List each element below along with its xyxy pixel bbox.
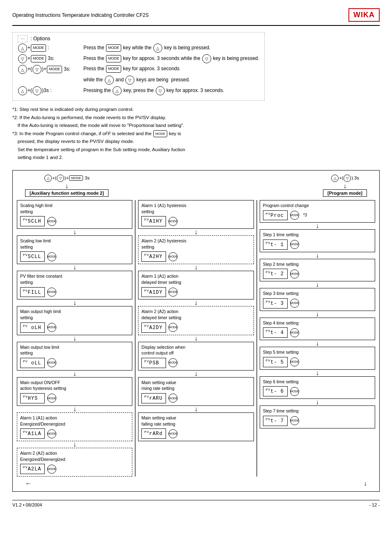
options-title: ⋯ : Options (18, 36, 259, 41)
mode-key2: MODE (31, 55, 46, 62)
flow-a1-action: Alarm 1 (A1) actionEnergized/Deenergized… (17, 412, 132, 441)
logo: WIKA (348, 8, 380, 22)
mode-btn: MODE (290, 240, 299, 249)
col2: Alarm 1 (A1) hysteresissetting PVA1HY MO… (138, 200, 254, 477)
mode-key-inline3: MODE (106, 65, 121, 73)
mode-btn: MODE (290, 387, 299, 396)
arrow-c3-7: ↓ (260, 399, 375, 405)
mode-btn: MODE (47, 217, 56, 226)
bottom-arrow-left: ← (25, 480, 32, 487)
up-key3: △ (105, 76, 114, 85)
page-header: Operating Instructions Temperature Indic… (12, 8, 380, 26)
left-arrow-down: ↓ (65, 183, 68, 189)
mode-btn: MODE (168, 358, 178, 367)
up-key-diag-r: △ (331, 175, 339, 182)
up-key-inline: △ (153, 44, 162, 53)
flow-a1-delayed: Alarm 1 (A1) actiondelayed timer setting… (138, 271, 254, 299)
down-key-inline: ▽ (202, 54, 211, 63)
down-key5: ▽ (156, 86, 165, 95)
flow-a2-action: Alarm 2 (A2) actionEnergized/Deenergized… (17, 448, 132, 477)
col3: Program control change PVProc MODE *3 ↓ … (260, 200, 375, 477)
option-row-4: △+(▽)3s : Pressing the △ key, press the … (18, 86, 259, 95)
mode-btn: MODE (168, 394, 178, 403)
option-row-3: △+(▽)+MODE 3s: Press the MODE key for ap… (18, 65, 259, 74)
up-key: △ (18, 44, 27, 53)
arrow-c3-2: ↓ (260, 252, 375, 259)
arrow-4: ↓ (17, 335, 132, 342)
arrow-c3-1: ↓ (260, 223, 375, 229)
flow-prog-control: Program control change PVProc MODE *3 (260, 200, 375, 223)
up-key4: △ (18, 86, 27, 95)
up-key-diag: △ (44, 175, 52, 182)
mode-btn: MODE (168, 288, 178, 297)
arrow-c2-5: ↓ (138, 371, 254, 377)
down-key3: ▽ (125, 76, 134, 85)
flow-a2-hyst: Alarm 2 (A2) hysteresissetting PVA2HY MO… (138, 235, 254, 264)
col1: Scaling high limitsetting PVSCLH MODE ↓ … (17, 200, 132, 477)
arrow-1: ↓ (17, 229, 132, 235)
mode-btn: MODE (47, 394, 56, 403)
options-section: ⋯ : Options △+MODE : Press the MODE key … (12, 32, 380, 101)
arrow-6: ↓ (17, 406, 132, 412)
mode-btn: MODE (290, 269, 299, 279)
flow-scaling-low: Scaling low limitsetting PVSCLL MODE (17, 235, 132, 264)
arrow-c3-3: ↓ (260, 281, 375, 288)
mode-btn: MODE (168, 217, 178, 226)
mode-key-note: MODE (153, 130, 167, 138)
header-title: Operating Instructions Temperature Indic… (12, 12, 149, 18)
mode-btn: MODE (47, 252, 56, 261)
page-footer: V1.2 • 08/2004 - 12 - (12, 500, 380, 507)
mode-btn: MODE (290, 328, 299, 337)
flow-main-onoff: Main output ON/OFFaction hysteresis sett… (17, 377, 132, 406)
flow-msv-falling: Main setting valuefalling rate setting P… (138, 412, 254, 441)
flow-pv-filter: PV filter time constantsetting PVFILL MO… (17, 271, 132, 299)
mode-key3: MODE (47, 66, 62, 73)
flow-a1-hyst: Alarm 1 (A1) hysteresissetting PVA1HY MO… (138, 200, 254, 229)
flow-step4: Step 4 time setting PVt‑ 4 MODE (260, 318, 375, 340)
mode-btn: MODE (168, 252, 178, 261)
arrow-2: ↓ (17, 264, 132, 271)
up-key5: △ (113, 86, 122, 95)
right-header-key: △+(▽) 3s (331, 175, 359, 182)
flow-a2-delayed: Alarm 2 (A2) actiondelayed timer setting… (138, 306, 254, 335)
arrow-5: ↓ (17, 371, 132, 377)
down-key: ▽ (18, 54, 27, 63)
arrow-c2-1: ↓ (138, 229, 254, 235)
right-arrow-down: ↓ (344, 183, 347, 189)
notes-section: *1: Step rest time is indicated only dur… (12, 106, 380, 162)
flow-main-out-low: Main output low limitsetting PV oLL MODE (17, 342, 132, 371)
right-header: △+(▽) 3s ↓ [Program mode] (323, 175, 367, 197)
flow-display-sel: Display selection whencontrol output off… (138, 342, 254, 371)
version: V1.2 • 08/2004 (12, 502, 42, 507)
mode-btn: MODE (290, 211, 299, 220)
arrow-c2-2: ↓ (138, 264, 254, 271)
mode-key-inline2: MODE (106, 55, 121, 62)
option-row-3b: while the △ and ▽ keys are being pressed… (18, 76, 259, 85)
diagram-section: △+(▽)+MODE 3s ↓ [Auxiliary function sett… (12, 170, 380, 492)
right-label: [Program mode] (323, 189, 367, 197)
flow-step6: Step 6 time setting PVt‑ 6 MODE (260, 376, 375, 399)
left-header: △+(▽)+MODE 3s ↓ [Auxiliary function sett… (25, 175, 108, 197)
mode-btn: MODE (47, 358, 56, 367)
mode-btn: MODE (47, 323, 56, 332)
arrow-c2-6: ↓ (138, 406, 254, 412)
diagram-columns: Scaling high limitsetting PVSCLH MODE ↓ … (17, 200, 375, 477)
note-2a: *2: If the Auto-tuning is performed, the… (12, 114, 380, 122)
mode-key-diag: MODE (69, 175, 83, 181)
flow-step3: Step 3 time setting PVt‑ 3 MODE (260, 288, 375, 311)
mode-btn: MODE (290, 416, 299, 425)
mode-btn: MODE (47, 465, 56, 474)
flow-step7: Step 7 time setting PVt‑ 7 MODE (260, 405, 375, 428)
arrow-c2-3: ↓ (138, 299, 254, 306)
separator-2 (256, 200, 257, 477)
down-key4: ▽ (32, 86, 42, 95)
note-3c: Set the temperature setting of program i… (12, 146, 380, 154)
separator-1 (135, 200, 136, 477)
down-key-diag-r: ▽ (344, 175, 351, 182)
note-3a: *3: In the mode Program control change, … (12, 130, 380, 138)
flow-step5: Step 5 time setting PVt‑ 5 MODE (260, 347, 375, 369)
mode-key-inline: MODE (106, 44, 121, 52)
bottom-arrow-right: ↓ (364, 480, 367, 487)
left-label: [Auxiliary function setting mode 2] (25, 189, 108, 197)
options-icon: ⋯ (18, 35, 28, 42)
